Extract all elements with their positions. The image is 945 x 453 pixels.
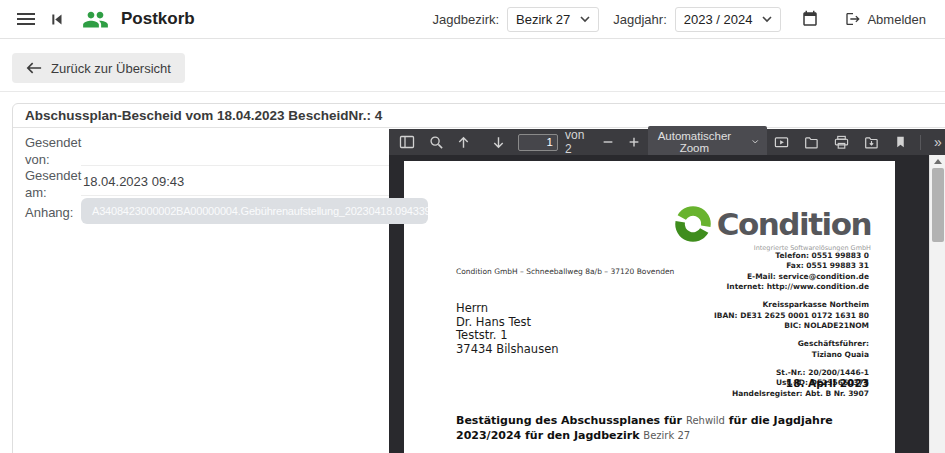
pdf-viewport[interactable]: Condition Integrierte Softwarelösungen G… [389, 155, 945, 453]
logout-button[interactable]: Abmelden [839, 10, 932, 28]
attachment-chip[interactable]: A3408423000002BA00000004.Gebührenaufstel… [81, 198, 428, 224]
toolbar-separator [920, 135, 921, 150]
subject-species: Rehwild [686, 415, 725, 426]
contact-line: Fax: 0551 99883 31 [714, 261, 869, 271]
next-page-button[interactable] [486, 132, 511, 153]
anhang-label: Anhang: [25, 205, 85, 222]
bank-line: Kreissparkasse Northeim [714, 300, 869, 310]
download-button[interactable] [859, 132, 884, 153]
find-button[interactable] [424, 132, 449, 153]
download-icon [864, 135, 879, 150]
logout-icon [845, 11, 861, 27]
zoom-in-button[interactable] [622, 132, 646, 152]
toggle-sidebar-button[interactable] [394, 131, 420, 153]
open-file-button[interactable] [799, 132, 824, 153]
back-to-overview-button[interactable]: Zurück zur Übersicht [12, 53, 185, 83]
jagdbezirk-label: Jagdbezirk: [433, 12, 499, 27]
hamburger-menu-button[interactable] [13, 8, 39, 30]
condition-swirl-icon [674, 205, 712, 243]
sidebar-toggle-icon [399, 134, 415, 150]
presentation-icon [774, 135, 789, 150]
toolbar-right-group: » [769, 132, 945, 153]
pdf-toolbar: von 2 Automatischer Zoom [389, 129, 945, 155]
collapse-sidebar-button[interactable] [45, 8, 68, 31]
condition-logo: Condition Integrierte Softwarelösungen G… [674, 205, 871, 252]
calendar-icon [801, 10, 819, 28]
management-line: Tiziano Quaia [714, 350, 869, 360]
skip-back-icon [49, 12, 64, 27]
jagdjahr-label: Jagdjahr: [613, 12, 666, 27]
gesendet-am-value: 18.04.2023 09:43 [81, 174, 389, 196]
zoom-level-select[interactable]: Automatischer Zoom [648, 126, 767, 158]
scrollbar-up-arrow[interactable] [934, 159, 942, 164]
sender-return-address: Condition GmbH – Schneeballweg 8a/b – 37… [456, 267, 674, 276]
arrow-down-icon [491, 135, 506, 150]
page-divider [0, 91, 945, 92]
contact-line: E-Mail: service@condition.de [714, 272, 869, 282]
jagdjahr-selected-value: 2023 / 2024 [684, 12, 753, 27]
scrollbar-thumb[interactable] [932, 168, 944, 242]
gesendet-von-value [81, 142, 389, 166]
page-number-input[interactable] [518, 134, 558, 151]
previous-page-button[interactable] [451, 132, 476, 153]
chevron-down-icon [580, 16, 590, 23]
subject-part1: Bestätigung des Abschussplanes für [456, 414, 682, 427]
presentation-mode-button[interactable] [769, 132, 794, 153]
gesendet-am-label: Gesendet am: [25, 168, 85, 202]
address-line: Herrn [456, 302, 559, 316]
recipient-address-block: Herrn Dr. Hans Test Teststr. 1 37434 Bil… [456, 302, 559, 356]
management-line: Geschäftsführer: [714, 339, 869, 349]
gesendet-von-label: Gesendet von: [25, 135, 85, 169]
back-arrow-icon [26, 61, 42, 75]
app-logo [78, 2, 113, 37]
jagdbezirk-select[interactable]: Bezirk 27 [507, 7, 599, 32]
jagdbezirk-selected-value: Bezirk 27 [516, 12, 570, 27]
topbar: Postkorb Jagdbezirk: Bezirk 27 Jagdjahr:… [0, 0, 945, 39]
jagdjahr-select[interactable]: 2023 / 2024 [675, 7, 782, 32]
tax-line: Handelsregister: Abt. B Nr. 3907 [714, 389, 869, 399]
message-detail-card: Abschussplan-Bescheid vom 18.04.2023 Bes… [12, 103, 945, 453]
hamburger-icon [17, 12, 35, 26]
more-tools-button[interactable]: » [929, 132, 945, 152]
contact-line: Internet: http://www.condition.de [714, 282, 869, 292]
group-icon [82, 6, 109, 33]
letter-date: 18. April 2023 [786, 377, 869, 389]
back-button-label: Zurück zur Übersicht [51, 61, 171, 76]
page-count-label: von 2 [565, 128, 584, 156]
chevron-down-icon [762, 16, 772, 23]
address-line: 37434 Bilshausen [456, 343, 559, 357]
page-title: Postkorb [121, 9, 195, 29]
calendar-button[interactable] [797, 6, 823, 32]
bank-line: BIC: NOLADE21NOM [714, 321, 869, 331]
printer-icon [834, 135, 849, 150]
plus-icon [627, 135, 641, 149]
subject-bezirk: Bezirk 27 [643, 430, 690, 441]
pdf-page: Condition Integrierte Softwarelösungen G… [404, 161, 895, 453]
double-chevron-icon: » [934, 135, 942, 149]
logout-label: Abmelden [867, 12, 926, 27]
pdf-viewer: von 2 Automatischer Zoom [389, 129, 945, 453]
zoom-level-value: Automatischer Zoom [656, 130, 732, 154]
print-button[interactable] [829, 132, 854, 153]
open-folder-icon [804, 135, 819, 150]
chevron-down-icon [752, 139, 758, 145]
letter-subject: Bestätigung des Abschussplanes für Rehwi… [456, 414, 886, 443]
contact-line: Telefon: 0551 99883 0 [714, 251, 869, 261]
bookmark-icon [894, 135, 907, 149]
search-icon [429, 135, 444, 150]
logo-text: Condition [717, 209, 871, 240]
bank-line: IBAN: DE31 2625 0001 0172 1631 80 [714, 311, 869, 321]
arrow-up-icon [456, 135, 471, 150]
current-view-button[interactable] [889, 132, 912, 152]
pdf-scrollbar[interactable] [929, 155, 945, 453]
card-title: Abschussplan-Bescheid vom 18.04.2023 Bes… [13, 104, 945, 128]
address-line: Dr. Hans Test [456, 316, 559, 330]
address-line: Teststr. 1 [456, 329, 559, 343]
minus-icon [601, 135, 615, 149]
zoom-out-button[interactable] [596, 132, 620, 152]
